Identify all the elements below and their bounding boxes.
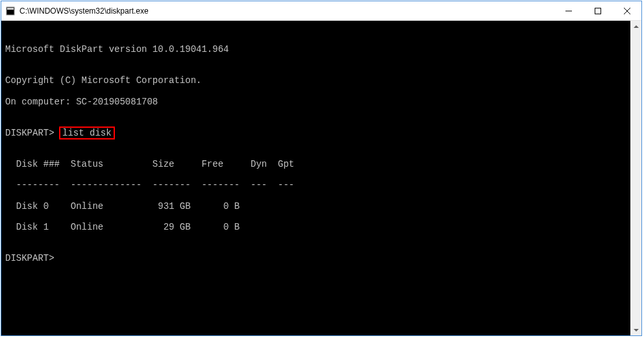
minimize-button[interactable]	[554, 1, 583, 20]
version-line: Microsoft DiskPart version 10.0.19041.96…	[5, 44, 626, 54]
vertical-scrollbar[interactable]	[630, 21, 641, 335]
terminal-output[interactable]: Microsoft DiskPart version 10.0.19041.96…	[1, 21, 630, 335]
titlebar[interactable]: C:\WINDOWS\system32\diskpart.exe	[1, 1, 641, 21]
copyright-line: Copyright (C) Microsoft Corporation.	[5, 75, 626, 86]
window-controls	[554, 1, 641, 20]
svg-rect-3	[595, 8, 601, 14]
prompt-prefix: DISKPART>	[5, 128, 60, 138]
prompt-line: DISKPART> list disk	[5, 128, 626, 138]
app-icon	[5, 6, 16, 16]
window-title: C:\WINDOWS\system32\diskpart.exe	[19, 6, 554, 16]
svg-marker-6	[634, 25, 639, 28]
table-row: Disk 0 Online 931 GB 0 B	[5, 201, 626, 211]
prompt-line: DISKPART>	[5, 253, 626, 263]
window-frame: C:\WINDOWS\system32\diskpart.exe Microso…	[1, 1, 642, 336]
table-divider: -------- ------------- ------- ------- -…	[5, 180, 626, 190]
svg-marker-7	[634, 329, 639, 332]
maximize-button[interactable]	[583, 1, 612, 20]
content-area: Microsoft DiskPart version 10.0.19041.96…	[1, 21, 641, 335]
close-button[interactable]	[612, 1, 641, 20]
svg-rect-1	[7, 8, 14, 10]
table-row: Disk 1 Online 29 GB 0 B	[5, 222, 626, 232]
scroll-up-arrow[interactable]	[630, 21, 641, 32]
command-highlight: list disk	[59, 127, 115, 139]
scroll-track[interactable]	[630, 32, 641, 324]
scroll-down-arrow[interactable]	[630, 324, 641, 335]
table-header: Disk ### Status Size Free Dyn Gpt	[5, 159, 626, 169]
computer-line: On computer: SC-201905081708	[5, 97, 626, 107]
